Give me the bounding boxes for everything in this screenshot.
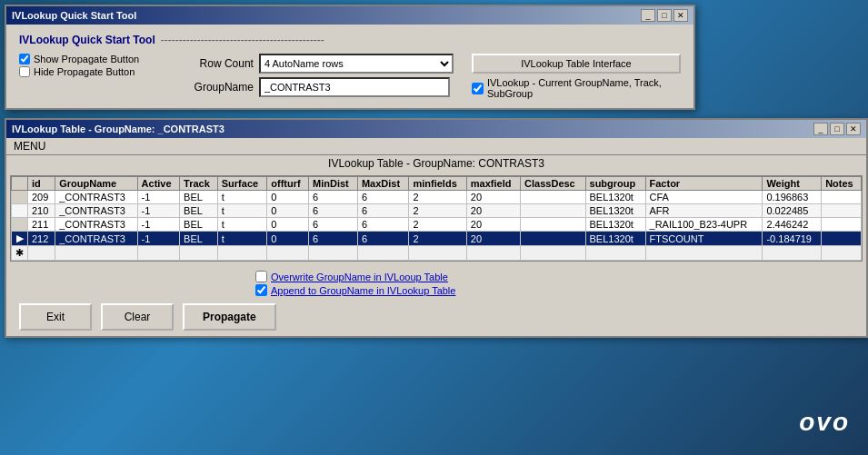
- cell-minfields[interactable]: 2: [409, 218, 466, 232]
- cell-factor[interactable]: AFR: [645, 204, 763, 218]
- cell-indicator[interactable]: ▶: [12, 232, 28, 246]
- minimize-button[interactable]: _: [641, 9, 655, 22]
- cell-maxfield[interactable]: 20: [466, 191, 520, 204]
- cell-maxdist[interactable]: [357, 246, 409, 261]
- cell-mindist[interactable]: 6: [309, 191, 358, 204]
- table-row[interactable]: ▶212_CONTRAST3-1BELt066220BEL1320tFTSCOU…: [12, 232, 862, 246]
- cell-offturf[interactable]: 0: [267, 232, 309, 246]
- cell-groupname[interactable]: _CONTRAST3: [55, 191, 137, 204]
- cell-active[interactable]: -1: [137, 232, 179, 246]
- overwrite-link[interactable]: Overwrite GroupName in IVLooup Table: [271, 272, 448, 282]
- cell-subgroup[interactable]: BEL1320t: [585, 232, 645, 246]
- cell-offturf[interactable]: 0: [267, 204, 309, 218]
- cell-active[interactable]: -1: [137, 204, 179, 218]
- cell-classdesc[interactable]: [521, 232, 585, 246]
- cell-minfields[interactable]: 2: [409, 191, 466, 204]
- table-row[interactable]: 210_CONTRAST3-1BELt066220BEL1320tAFR0.02…: [12, 204, 862, 218]
- cell-notes[interactable]: [822, 246, 862, 261]
- append-checkbox[interactable]: [255, 284, 267, 296]
- cell-mindist[interactable]: 6: [309, 204, 358, 218]
- cell-weight[interactable]: 2.446242: [763, 218, 822, 232]
- cell-notes[interactable]: [822, 191, 862, 204]
- close-button[interactable]: ✕: [673, 9, 688, 22]
- cell-id[interactable]: 212: [28, 232, 55, 246]
- cell-weight[interactable]: 0.196863: [763, 191, 822, 204]
- cell-groupname[interactable]: [55, 246, 137, 261]
- cell-maxdist[interactable]: 6: [357, 218, 409, 232]
- cell-factor[interactable]: CFA: [645, 191, 763, 204]
- cell-weight[interactable]: 0.022485: [763, 204, 822, 218]
- table-row[interactable]: ✱: [12, 246, 862, 261]
- table-row[interactable]: 209_CONTRAST3-1BELt066220BEL1320tCFA0.19…: [12, 191, 862, 204]
- maximize-button[interactable]: □: [657, 9, 672, 22]
- cell-surface[interactable]: t: [217, 204, 267, 218]
- cell-groupname[interactable]: _CONTRAST3: [55, 218, 137, 232]
- inner-close-button[interactable]: ✕: [846, 123, 861, 135]
- group-name-input[interactable]: [259, 77, 450, 97]
- cell-surface[interactable]: t: [217, 232, 267, 246]
- cell-classdesc[interactable]: [521, 204, 585, 218]
- cell-maxdist[interactable]: 6: [357, 191, 409, 204]
- cell-active[interactable]: -1: [137, 191, 179, 204]
- cell-maxdist[interactable]: 6: [357, 204, 409, 218]
- exit-button[interactable]: Exit: [19, 303, 92, 331]
- cell-classdesc[interactable]: [521, 218, 585, 232]
- cell-active[interactable]: [137, 246, 179, 261]
- cell-factor[interactable]: FTSCOUNT: [645, 232, 763, 246]
- cell-indicator[interactable]: [12, 218, 28, 232]
- cell-subgroup[interactable]: BEL1320t: [585, 191, 645, 204]
- cell-maxfield[interactable]: 20: [466, 232, 520, 246]
- inner-maximize-button[interactable]: □: [830, 123, 844, 135]
- cell-mindist[interactable]: 6: [309, 218, 358, 232]
- cell-classdesc[interactable]: [521, 191, 585, 204]
- cell-mindist[interactable]: [309, 246, 358, 261]
- cell-maxfield[interactable]: [466, 246, 520, 261]
- cell-track[interactable]: [180, 246, 218, 261]
- cell-surface[interactable]: t: [217, 218, 267, 232]
- cell-weight[interactable]: -0.184719: [763, 232, 822, 246]
- cell-maxfield[interactable]: 20: [466, 218, 520, 232]
- cell-factor[interactable]: _RAIL100_B23-4UPR: [645, 218, 763, 232]
- cell-groupname[interactable]: _CONTRAST3: [55, 204, 137, 218]
- cell-minfields[interactable]: 2: [409, 232, 466, 246]
- cell-track[interactable]: BEL: [180, 232, 218, 246]
- cell-minfields[interactable]: [409, 246, 466, 261]
- cell-subgroup[interactable]: BEL1320t: [585, 218, 645, 232]
- cell-track[interactable]: BEL: [180, 204, 218, 218]
- cell-id[interactable]: 209: [28, 191, 55, 204]
- cell-id[interactable]: [28, 246, 55, 261]
- cell-indicator[interactable]: [12, 204, 28, 218]
- inner-minimize-button[interactable]: _: [813, 123, 828, 135]
- cell-subgroup[interactable]: BEL1320t: [585, 204, 645, 218]
- cell-surface[interactable]: [217, 246, 267, 261]
- table-row[interactable]: 211_CONTRAST3-1BELt066220BEL1320t_RAIL10…: [12, 218, 862, 232]
- cell-notes[interactable]: [822, 218, 862, 232]
- cell-offturf[interactable]: 0: [267, 191, 309, 204]
- cell-minfields[interactable]: 2: [409, 204, 466, 218]
- row-count-select[interactable]: 4 AutoName rows 1 AutoName rows 2 AutoNa…: [259, 54, 454, 74]
- cell-classdesc[interactable]: [521, 246, 585, 261]
- propagate-button[interactable]: Propagate: [183, 303, 276, 331]
- cell-id[interactable]: 210: [28, 204, 55, 218]
- cell-notes[interactable]: [822, 204, 862, 218]
- ivlookup-checkbox[interactable]: [472, 83, 484, 94]
- cell-weight[interactable]: [763, 246, 822, 261]
- cell-maxfield[interactable]: 20: [466, 204, 520, 218]
- cell-surface[interactable]: t: [217, 191, 267, 204]
- hide-propagate-checkbox[interactable]: [19, 66, 30, 77]
- show-propagate-checkbox[interactable]: [19, 54, 30, 64]
- cell-factor[interactable]: [645, 246, 763, 261]
- cell-maxdist[interactable]: 6: [357, 232, 409, 246]
- cell-groupname[interactable]: _CONTRAST3: [55, 232, 137, 246]
- cell-subgroup[interactable]: [585, 246, 645, 261]
- cell-id[interactable]: 211: [28, 218, 55, 232]
- cell-offturf[interactable]: [267, 246, 309, 261]
- cell-mindist[interactable]: 6: [309, 232, 358, 246]
- cell-track[interactable]: BEL: [180, 218, 218, 232]
- cell-notes[interactable]: [822, 232, 862, 246]
- menu-label[interactable]: MENU: [14, 140, 45, 153]
- ivlookup-table-interface-button[interactable]: IVLookup Table Interface: [472, 54, 681, 74]
- cell-indicator[interactable]: ✱: [12, 246, 28, 261]
- cell-offturf[interactable]: 0: [267, 218, 309, 232]
- cell-indicator[interactable]: [12, 191, 28, 204]
